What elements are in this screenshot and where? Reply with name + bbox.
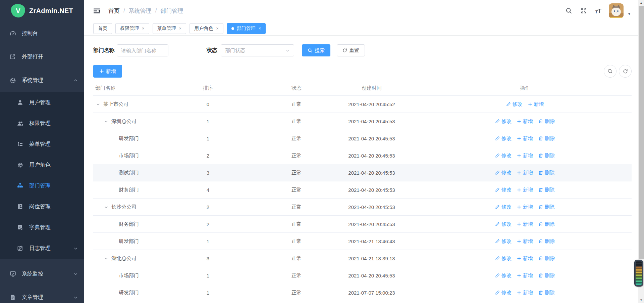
- row-edit-link[interactable]: 修改: [495, 170, 512, 176]
- sidebar-group-article-management[interactable]: 文章管理: [0, 286, 84, 303]
- row-delete-link[interactable]: 删除: [538, 290, 555, 296]
- row-delete-link[interactable]: 删除: [538, 221, 555, 227]
- row-edit-link[interactable]: 修改: [506, 101, 523, 107]
- scrollbar-down-icon[interactable]: ▼: [638, 297, 644, 303]
- row-expand-icon[interactable]: [104, 205, 111, 209]
- sidebar-item-permission-management[interactable]: 权限管理: [0, 113, 84, 134]
- delete-label: 删除: [545, 118, 555, 125]
- row-expand-icon[interactable]: [96, 102, 103, 106]
- row-add-link[interactable]: 新增: [517, 135, 533, 142]
- tab-label: 首页: [98, 26, 107, 32]
- sidebar-item-dashboard[interactable]: 控制台: [0, 21, 84, 45]
- dept-name: 财务部门: [119, 187, 139, 193]
- tab-permission-management[interactable]: 权限管理 ×: [115, 23, 149, 34]
- row-delete-link[interactable]: 删除: [538, 204, 555, 210]
- font-size-small-glyph: T: [595, 10, 597, 14]
- row-add-link[interactable]: 新增: [517, 204, 533, 210]
- refresh-button[interactable]: [619, 65, 632, 78]
- row-add-link[interactable]: 新增: [517, 290, 533, 296]
- row-edit-link[interactable]: 修改: [495, 204, 512, 210]
- fullscreen-icon[interactable]: [580, 7, 587, 14]
- sidebar-item-external-open[interactable]: 外部打开: [0, 45, 84, 69]
- sidebar-group-system-monitor[interactable]: 系统监控: [0, 262, 84, 286]
- row-add-link[interactable]: 新增: [517, 272, 533, 279]
- row-add-link[interactable]: 新增: [517, 153, 533, 159]
- scrollbar-thumb[interactable]: [639, 6, 644, 259]
- breadcrumb-item-home[interactable]: 首页: [108, 7, 120, 15]
- scrollbar-up-icon[interactable]: ▲: [638, 0, 644, 6]
- sidebar-item-log-management[interactable]: 日志管理: [0, 238, 84, 259]
- row-delete-link[interactable]: 删除: [538, 170, 555, 176]
- table-row: 长沙分公司 2 正常 2021-04-20 20:45:53 修改 新增 删除: [93, 199, 632, 216]
- dept-name: 测试部门: [119, 170, 139, 176]
- status-select[interactable]: 部门状态: [221, 44, 294, 56]
- row-edit-link[interactable]: 修改: [495, 118, 512, 125]
- row-edit-link[interactable]: 修改: [495, 221, 512, 227]
- row-edit-link[interactable]: 修改: [495, 272, 512, 279]
- tab-close-icon[interactable]: ×: [259, 26, 261, 31]
- row-delete-link[interactable]: 删除: [538, 187, 555, 193]
- caret-down-icon[interactable]: ▼: [628, 12, 631, 16]
- sidebar-item-label: 用户管理: [29, 99, 78, 106]
- row-edit-link[interactable]: 修改: [495, 238, 512, 245]
- dept-status: 正常: [268, 204, 325, 210]
- row-delete-link[interactable]: 删除: [538, 238, 555, 245]
- row-expand-icon[interactable]: [104, 119, 111, 124]
- sidebar-item-menu-management[interactable]: 菜单管理: [0, 134, 84, 155]
- row-edit-link[interactable]: 修改: [495, 187, 512, 193]
- search-icon[interactable]: [566, 7, 572, 14]
- row-add-link[interactable]: 新增: [517, 255, 533, 262]
- tab-close-icon[interactable]: ×: [179, 26, 182, 31]
- tab-user-role[interactable]: 用户角色 ×: [190, 23, 223, 34]
- add-button[interactable]: 新增: [93, 65, 122, 78]
- dept-name: 研发部门: [119, 290, 139, 296]
- tab-menu-management[interactable]: 菜单管理 ×: [153, 23, 186, 34]
- reset-button[interactable]: 重置: [337, 44, 365, 56]
- row-add-link[interactable]: 新增: [528, 101, 544, 107]
- sidebar-item-department-management[interactable]: 部门管理: [0, 175, 84, 196]
- row-delete-link[interactable]: 删除: [538, 135, 555, 142]
- row-add-link[interactable]: 新增: [517, 170, 533, 176]
- breadcrumb-item-system[interactable]: 系统管理: [129, 7, 152, 15]
- tab-close-icon[interactable]: ×: [142, 26, 145, 31]
- row-delete-link[interactable]: 删除: [538, 272, 555, 279]
- department-table: 部门名称 排序 状态 创建时间 操作 某上市公司 0 正常 2021-04-20…: [93, 81, 632, 301]
- sidebar-item-post-management[interactable]: 岗位管理: [0, 196, 84, 217]
- main-area: 首页 / 系统管理 / 部门管理 TT: [84, 0, 644, 303]
- tab-label: 部门管理: [237, 26, 256, 32]
- scroll-minimap-stripes: [636, 261, 642, 285]
- table-row: 财务部门 4 正常 2021-04-20 20:45:53 修改 新增 删除: [93, 181, 632, 199]
- sidebar-item-user-management[interactable]: 用户管理: [0, 92, 84, 113]
- sidebar-item-dictionary-management[interactable]: 字典管理: [0, 217, 84, 238]
- row-add-link[interactable]: 新增: [517, 187, 533, 193]
- row-delete-link[interactable]: 删除: [538, 255, 555, 262]
- page-content: 部门名称 状态 部门状态 搜索 重置: [84, 36, 638, 303]
- column-header-order: 排序: [148, 85, 268, 91]
- row-add-link[interactable]: 新增: [517, 221, 533, 227]
- toggle-search-button[interactable]: [604, 65, 616, 78]
- dept-created: 2021-04-20 20:45:53: [325, 204, 418, 210]
- tab-close-icon[interactable]: ×: [216, 26, 219, 31]
- user-avatar[interactable]: [609, 3, 624, 18]
- row-delete-link[interactable]: 删除: [538, 118, 555, 125]
- dept-name-input[interactable]: [117, 44, 168, 56]
- sidebar-collapse-icon[interactable]: [93, 7, 100, 14]
- row-edit-link[interactable]: 修改: [495, 255, 512, 262]
- row-edit-link[interactable]: 修改: [495, 153, 512, 159]
- sidebar-group-system-management[interactable]: 系统管理: [0, 69, 84, 92]
- tab-home[interactable]: 首页: [93, 23, 112, 34]
- font-size-icon[interactable]: TT: [595, 8, 601, 14]
- row-expand-icon[interactable]: [104, 256, 111, 261]
- tab-department-management[interactable]: 部门管理 ×: [227, 23, 266, 34]
- column-header-actions: 操作: [418, 85, 632, 91]
- sidebar-item-label: 外部打开: [22, 53, 78, 60]
- row-delete-link[interactable]: 删除: [538, 153, 555, 159]
- page-scrollbar[interactable]: ▲ ▼: [638, 0, 644, 303]
- row-add-link[interactable]: 新增: [517, 238, 533, 245]
- row-add-link[interactable]: 新增: [517, 118, 533, 125]
- row-edit-link[interactable]: 修改: [495, 290, 512, 296]
- app-logo[interactable]: V ZrAdmin.NET: [0, 0, 84, 21]
- row-edit-link[interactable]: 修改: [495, 135, 512, 142]
- search-button[interactable]: 搜索: [302, 44, 330, 56]
- sidebar-item-user-role[interactable]: 用户角色: [0, 155, 84, 175]
